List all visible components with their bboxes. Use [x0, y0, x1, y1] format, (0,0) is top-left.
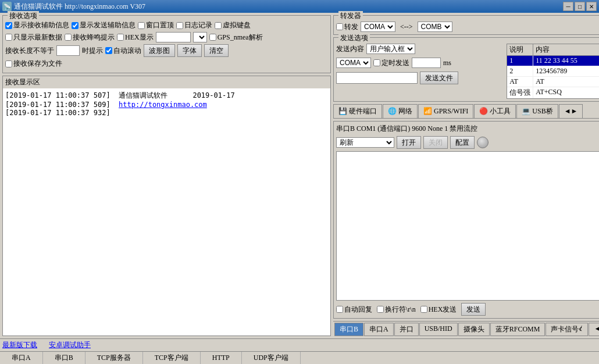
cb-beep-input[interactable] — [65, 34, 72, 41]
com-send-button[interactable]: 发送 — [461, 303, 486, 316]
bottom-tab-coma[interactable]: 串口A — [364, 323, 394, 336]
send-file-button[interactable]: 发送文件 — [420, 72, 458, 84]
length-input[interactable] — [56, 45, 80, 56]
status-link-android[interactable]: 安卓调试助手 — [49, 340, 91, 350]
receive-area-title: 接收显示区 — [3, 76, 330, 88]
send-table-row-4[interactable]: 信号强度 AT+CSQ — [507, 87, 599, 99]
send-options-title: 发送选项 — [338, 33, 370, 43]
cb-save-file[interactable]: 接收保存为文件 — [5, 59, 62, 69]
bottom-tab-soundcard[interactable]: 声卡信号≮ — [545, 323, 588, 336]
receive-link[interactable]: http://tongxinmao.com — [119, 101, 207, 109]
font-button[interactable]: 字体 — [177, 44, 202, 57]
receive-line-2: [2019-01-17 11:00:37 509] http://tongxin… — [5, 101, 328, 109]
send-content-select[interactable]: 用户输入框 — [366, 44, 415, 54]
cb-forward[interactable]: 转发 — [336, 22, 358, 32]
tab-hardware-port[interactable]: 💾 硬件端口 — [333, 104, 382, 118]
cb-show-receive-aux[interactable]: 显示接收辅助信息 — [5, 20, 69, 30]
hex-select[interactable] — [193, 32, 207, 42]
cb-window-top-input[interactable] — [138, 22, 145, 29]
com-open-button[interactable]: 打开 — [397, 136, 421, 149]
cb-timed-send-input[interactable] — [373, 59, 380, 66]
cb-show-send-aux-input[interactable] — [72, 22, 79, 29]
bottom-tab-more[interactable]: ◄► — [589, 323, 599, 336]
tab-network[interactable]: 🌐 网络 — [383, 104, 418, 118]
send-com-select[interactable]: COMA — [336, 58, 371, 68]
cb-forward-input[interactable] — [336, 23, 343, 30]
taskbar-item-tcp-client[interactable]: TCP客户端 — [143, 352, 201, 364]
cb-newline[interactable]: 换行符\r\n — [377, 305, 416, 315]
bottom-tab-camera[interactable]: 摄像头 — [458, 323, 490, 336]
cb-virtual-keyboard-input[interactable] — [215, 22, 222, 29]
bottom-tab-comb[interactable]: 串口B — [334, 323, 363, 336]
cb-log[interactable]: 日志记录 — [176, 20, 212, 30]
send-options-group: 发送选项 发送内容 用户输入框 COMA — [333, 37, 599, 102]
cb-beep[interactable]: 接收蜂鸣提示 — [65, 33, 115, 42]
main-content: 接收选项 显示接收辅助信息 显示发送辅助信息 窗口置顶 日志记录 — [0, 13, 599, 338]
tab-gprs[interactable]: 📶 GPRS/WIFI — [418, 104, 473, 118]
com-bottom-row: 自动回复 换行符\r\n HEX发送 发送 — [336, 303, 599, 316]
title-bar-left: 📡 通信猫调试软件 http://tongxinmao.com V307 — [2, 2, 145, 12]
cb-timed-send[interactable]: 定时发送 — [373, 58, 409, 68]
cb-show-newest-input[interactable] — [5, 34, 12, 41]
taskbar-item-coma[interactable]: 串口A — [0, 352, 43, 364]
receive-row-1: 显示接收辅助信息 显示发送辅助信息 窗口置顶 日志记录 虚拟键盘 — [5, 20, 328, 30]
cb-newline-input[interactable] — [377, 306, 384, 313]
tab-network-label: 网络 — [398, 106, 412, 116]
close-button[interactable]: ✕ — [586, 2, 597, 11]
com-refresh-select[interactable]: 刷新 — [336, 137, 394, 148]
timed-value-input[interactable]: 1000 — [412, 58, 441, 68]
tab-more[interactable]: ◄► — [559, 104, 583, 118]
receive-row-2: 只显示最新数据 接收蜂鸣提示 HEX显示 11 22 33 GPS_nmea解析 — [5, 32, 328, 42]
send-table-row-2[interactable]: 2 123456789 — [507, 66, 599, 77]
send-table-row-1[interactable]: 1 11 22 33 44 55 — [507, 56, 599, 66]
send-text-input[interactable] — [336, 72, 418, 84]
cb-auto-scroll[interactable]: 自动滚动 — [105, 46, 141, 56]
send-table: 说明 内容 1 11 22 33 44 55 2 123456789 AT AT — [507, 44, 599, 99]
cb-show-newest[interactable]: 只显示最新数据 — [5, 33, 62, 42]
waveform-button[interactable]: 波形图 — [144, 44, 175, 57]
minimize-button[interactable]: ─ — [563, 2, 573, 11]
taskbar-item-udp-client[interactable]: UDP客户端 — [242, 352, 301, 364]
cb-gps[interactable]: GPS_nmea解析 — [209, 33, 263, 42]
send-table-row-3[interactable]: AT AT — [507, 77, 599, 87]
com-config-button[interactable]: 配置 — [450, 136, 475, 149]
cb-hex-send-input[interactable] — [420, 306, 427, 313]
taskbar-item-comb[interactable]: 串口B — [43, 352, 85, 364]
status-link-download[interactable]: 最新版下载 — [2, 340, 37, 350]
cb-window-top[interactable]: 窗口置顶 — [138, 20, 174, 30]
cb-auto-reply-input[interactable] — [336, 306, 343, 313]
forwarder-row: 转发 COMA <--> COMB — [336, 22, 599, 32]
forwarder-title: 转发器 — [338, 11, 363, 21]
forwarder-comb-select[interactable]: COMB — [418, 22, 452, 32]
maximize-button[interactable]: □ — [575, 2, 585, 11]
bottom-tab-bluetooth[interactable]: 蓝牙RFCOMM — [490, 323, 545, 336]
col-content: 内容 — [533, 44, 599, 55]
clear-button[interactable]: 清空 — [204, 44, 229, 57]
bottom-tab-parallel[interactable]: 并口 — [394, 323, 419, 336]
bottom-tab-usb-hid[interactable]: USB/HID — [419, 323, 458, 336]
led-indicator — [477, 137, 489, 148]
cell-content-2: 123456789 — [533, 66, 599, 76]
cb-show-receive-aux-input[interactable] — [5, 22, 12, 29]
cb-show-send-aux[interactable]: 显示发送辅助信息 — [72, 20, 136, 30]
forwarder-coma-select[interactable]: COMA — [361, 22, 395, 32]
cb-hex-display[interactable]: HEX显示 — [117, 33, 154, 42]
hex-value-input[interactable]: 11 22 33 — [156, 32, 191, 42]
com-close-button[interactable]: 关闭 — [423, 136, 448, 149]
cb-log-input[interactable] — [176, 22, 183, 29]
cb-auto-reply[interactable]: 自动回复 — [336, 305, 372, 315]
cb-auto-scroll-input[interactable] — [105, 47, 112, 54]
cell-content-4: AT+CSQ — [533, 87, 599, 99]
taskbar-item-http[interactable]: HTTP — [201, 352, 242, 364]
cb-save-file-input[interactable] — [5, 60, 12, 67]
receive-options-group: 接收选项 显示接收辅助信息 显示发送辅助信息 窗口置顶 日志记录 — [2, 15, 331, 73]
tab-tools[interactable]: 🔴 小工具 — [474, 104, 516, 118]
gprs-icon: 📶 — [423, 107, 432, 116]
cb-virtual-keyboard[interactable]: 虚拟键盘 — [215, 20, 251, 30]
cb-gps-input[interactable] — [209, 34, 216, 41]
cb-hex-send[interactable]: HEX发送 — [420, 305, 457, 315]
tab-usb[interactable]: 💻 USB桥 — [516, 104, 558, 118]
cb-hex-display-input[interactable] — [117, 34, 124, 41]
taskbar-item-tcp-server[interactable]: TCP服务器 — [85, 352, 143, 364]
com-textarea[interactable] — [336, 151, 599, 301]
